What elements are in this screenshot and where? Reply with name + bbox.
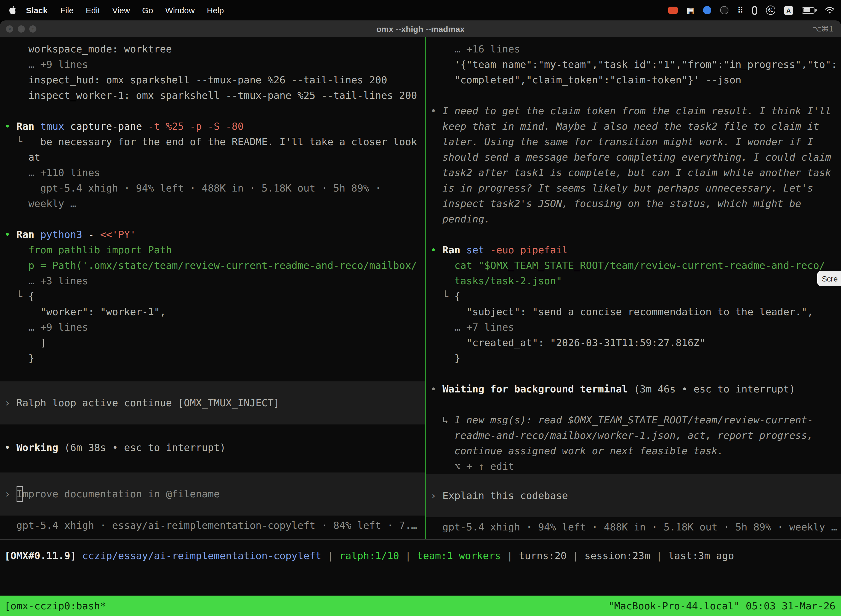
- omx-status-line: [OMX#0.11.9] cczip/essay/ai-reimplementa…: [0, 548, 841, 563]
- terminal-line: [0, 211, 425, 227]
- terminal-line: tasks/task-2.json": [426, 273, 841, 289]
- pane-bottom-border: [0, 539, 841, 540]
- terminal-line: weekly …: [0, 196, 425, 211]
- terminal-line: is in progress? It seems likely but perh…: [426, 180, 841, 196]
- tmux-status-bar: [omx-cczip0:bash* "MacBook-Pro-44.local"…: [0, 595, 841, 616]
- zoom-button[interactable]: +: [29, 25, 37, 32]
- menu-items: FileEditViewGoWindowHelp: [54, 6, 230, 15]
- terminal-line: pending.: [426, 211, 841, 227]
- menu-edit[interactable]: Edit: [80, 6, 106, 15]
- terminal-line: cat "$OMX_TEAM_STATE_ROOT/team/review-cu…: [426, 258, 841, 273]
- dots-grid-icon[interactable]: ⠿: [737, 5, 743, 15]
- terminal-line: "completed","claim_token":"claim-token"}…: [426, 72, 841, 88]
- tmux-panes: workspace_mode: worktree … +9 lines insp…: [0, 37, 841, 539]
- terminal-line: … +110 lines: [0, 165, 425, 180]
- terminal-line: • Working (6m 38s • esc to interrupt): [0, 440, 425, 455]
- terminal-line: [426, 366, 841, 381]
- apple-menu-icon[interactable]: [9, 6, 16, 15]
- key-icon[interactable]: [752, 6, 757, 15]
- terminal-line: inspect_worker-1: omx sparkshell --tmux-…: [0, 88, 425, 103]
- terminal-line: [0, 103, 425, 119]
- terminal-line: later. Using the same for transition mig…: [426, 134, 841, 150]
- terminal-window: × − + omx --xhigh --madmax ⌥⌘1 workspace…: [0, 21, 841, 616]
- terminal-line: continue assigned work or next feasible …: [426, 443, 841, 459]
- menu-help[interactable]: Help: [201, 6, 230, 15]
- prompt-band[interactable]: › Ralph loop active continue [OMX_TMUX_I…: [0, 381, 425, 424]
- macos-menu-bar: Slack FileEditViewGoWindowHelp ▦⠿61A: [0, 0, 841, 21]
- close-button[interactable]: ×: [6, 25, 13, 32]
- terminal-line: … +9 lines: [0, 320, 425, 335]
- terminal-line: • I need to get the claim token from the…: [426, 103, 841, 119]
- terminal-line: inspect task2's JSON, focusing on the st…: [426, 196, 841, 211]
- battery-gauge-icon[interactable]: 61: [766, 6, 775, 15]
- prompt-band[interactable]: › Explain this codebase: [426, 474, 841, 517]
- spacer: [0, 455, 425, 472]
- terminal-line: [426, 397, 841, 412]
- recording-indicator-icon[interactable]: [668, 7, 678, 14]
- terminal-line: ]: [0, 335, 425, 351]
- menu-view[interactable]: View: [106, 6, 136, 15]
- spacer: [426, 517, 841, 519]
- terminal-line: [426, 88, 841, 103]
- terminal-line: "subject": "send a concise recommendatio…: [426, 304, 841, 320]
- terminal-line: inspect_hud: omx sparkshell --tmux-pane …: [0, 72, 425, 88]
- terminal-line: p = Path('.omx/state/team/review-current…: [0, 258, 425, 273]
- screen-share-chip[interactable]: Scre: [817, 271, 841, 286]
- terminal-line: • Waiting for background terminal (3m 46…: [426, 381, 841, 397]
- terminal-line: readme-and-reco/mailbox/worker-1.json, a…: [426, 428, 841, 443]
- terminal-pane-left[interactable]: workspace_mode: worktree … +9 lines insp…: [0, 37, 425, 539]
- menu-bar-status-icons: ▦⠿61A: [668, 5, 841, 15]
- terminal-line: ↳ 1 new msg(s): read $OMX_TEAM_STATE_ROO…: [426, 412, 841, 428]
- menu-bar-left: Slack FileEditViewGoWindowHelp: [0, 6, 230, 15]
- menu-file[interactable]: File: [54, 6, 79, 15]
- terminal-line: └ {: [0, 289, 425, 304]
- terminal-line: • Ran tmux capture-pane -t %25 -p -S -80: [0, 119, 425, 134]
- terminal-line: keep that in mind. Maybe I also need the…: [426, 119, 841, 134]
- terminal-line: … +16 lines: [426, 41, 841, 57]
- terminal-line: … +9 lines: [0, 57, 425, 72]
- screen: Slack FileEditViewGoWindowHelp ▦⠿61A × −…: [0, 0, 841, 616]
- menu-go[interactable]: Go: [136, 6, 159, 15]
- input-source-a-icon[interactable]: A: [784, 6, 793, 15]
- window-controls: × − +: [0, 25, 37, 32]
- terminal-line: • Ran python3 - <<'PY': [0, 227, 425, 242]
- active-app-name[interactable]: Slack: [19, 6, 54, 15]
- terminal-line: └ {: [426, 289, 841, 304]
- grid-icon[interactable]: ▦: [687, 5, 694, 15]
- window-shortcut-hint: ⌥⌘1: [812, 24, 841, 33]
- terminal-line: [0, 366, 425, 381]
- terminal-line: "worker": "worker-1",: [0, 304, 425, 320]
- spacer: [0, 424, 425, 440]
- terminal-line: task2 after task1 is complete, but can I…: [426, 165, 841, 180]
- spacer: [0, 516, 425, 518]
- tmux-host-clock: "MacBook-Pro-44.local" 05:03 31-Mar-26: [608, 600, 835, 612]
- dark-app-icon[interactable]: [720, 6, 728, 14]
- terminal-line: gpt-5.4 xhigh · essay/ai-reimplementatio…: [0, 518, 425, 533]
- terminal-line: gpt-5.4 xhigh · 94% left · 488K in · 5.1…: [426, 519, 841, 535]
- prompt-band[interactable]: › Improve documentation in @filename: [0, 472, 425, 516]
- terminal-line: … +3 lines: [0, 273, 425, 289]
- menu-window[interactable]: Window: [159, 6, 201, 15]
- terminal-line: [426, 227, 841, 242]
- terminal-line: at: [0, 150, 425, 165]
- screen-share-chip-label: Scre: [822, 274, 838, 283]
- blue-app-icon[interactable]: [703, 6, 711, 14]
- terminal-line: "created_at": "2026-03-31T11:59:27.816Z": [426, 335, 841, 351]
- window-title-bar[interactable]: × − + omx --xhigh --madmax ⌥⌘1: [0, 21, 841, 37]
- terminal-line: '{"team_name":"my-team","task_id":"1","f…: [426, 57, 841, 72]
- terminal-line: should send a message before completing …: [426, 150, 841, 165]
- battery-icon[interactable]: [802, 7, 815, 13]
- tmux-session-label: [omx-cczip0:bash*: [4, 600, 106, 612]
- terminal-pane-right[interactable]: … +16 lines '{"team_name":"my-team","tas…: [426, 37, 841, 539]
- window-title: omx --xhigh --madmax: [0, 24, 841, 34]
- terminal-line: • Ran set -euo pipefail: [426, 242, 841, 258]
- terminal-line: … +7 lines: [426, 320, 841, 335]
- terminal-line: workspace_mode: worktree: [0, 41, 425, 57]
- terminal-line: from pathlib import Path: [0, 242, 425, 258]
- minimize-button[interactable]: −: [18, 25, 25, 32]
- terminal-line: ⌥ + ↑ edit: [426, 459, 841, 474]
- terminal-line: }: [426, 351, 841, 366]
- terminal-line: gpt-5.4 xhigh · 94% left · 488K in · 5.1…: [0, 180, 425, 196]
- wifi-icon[interactable]: [825, 7, 834, 14]
- terminal-line: }: [0, 351, 425, 366]
